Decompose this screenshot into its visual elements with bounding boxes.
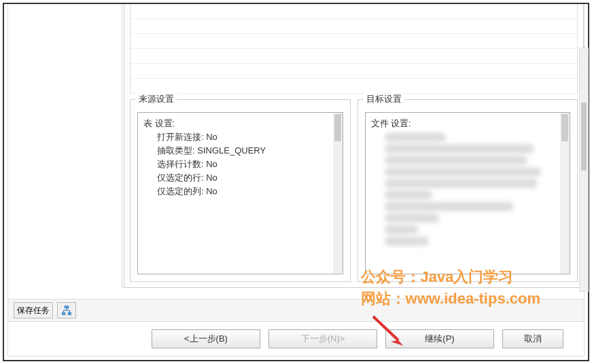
outer-scrollbar[interactable] bbox=[579, 48, 589, 292]
prev-button[interactable]: <上一步(B) bbox=[152, 329, 260, 348]
target-settings-legend: 目标设置 bbox=[364, 93, 404, 105]
blurred-text bbox=[385, 156, 527, 165]
source-header: 表 设置: bbox=[143, 117, 337, 130]
source-settings-legend: 来源设置 bbox=[136, 93, 177, 105]
continue-button[interactable]: 继续(P) bbox=[385, 329, 494, 348]
scrollbar[interactable] bbox=[333, 113, 343, 274]
source-settings-box[interactable]: 表 设置: 打开新连接: No 抽取类型: SINGLE_QUERY 选择行计数… bbox=[137, 112, 343, 274]
svg-rect-0 bbox=[65, 306, 69, 308]
grid-row bbox=[130, 4, 577, 19]
schema-icon bbox=[62, 306, 71, 315]
left-sidebar bbox=[8, 4, 122, 288]
blurred-text bbox=[385, 132, 446, 142]
scrollbar-thumb[interactable] bbox=[561, 114, 568, 141]
blurred-text bbox=[385, 225, 419, 234]
blurred-text bbox=[385, 213, 439, 223]
schema-icon-button[interactable] bbox=[57, 302, 76, 318]
source-item: 仅选定的列: No bbox=[143, 185, 337, 198]
source-settings-group: 来源设置 表 设置: 打开新连接: No 抽取类型: SINGLE_QUERY … bbox=[130, 99, 351, 282]
grid-row bbox=[130, 49, 577, 64]
next-button: 下一步(N)> bbox=[268, 329, 377, 348]
grid-row bbox=[130, 79, 577, 94]
svg-rect-1 bbox=[62, 312, 65, 315]
svg-rect-2 bbox=[68, 312, 71, 315]
blurred-text bbox=[385, 190, 432, 200]
source-item: 抽取类型: SINGLE_QUERY bbox=[143, 144, 337, 158]
target-header: 文件 设置: bbox=[371, 117, 565, 130]
data-grid[interactable] bbox=[130, 4, 578, 94]
cancel-button[interactable]: 取消 bbox=[502, 329, 563, 348]
scrollbar-thumb[interactable] bbox=[334, 114, 341, 141]
source-item: 仅选定的行: No bbox=[143, 171, 337, 185]
blurred-text bbox=[385, 167, 541, 177]
source-item: 选择行计数: No bbox=[143, 158, 337, 171]
save-task-button[interactable]: 保存任务 bbox=[14, 302, 53, 318]
grid-row bbox=[130, 19, 577, 34]
blurred-text bbox=[385, 202, 514, 211]
source-item: 打开新连接: No bbox=[143, 130, 337, 144]
target-settings-group: 目标设置 文件 设置: bbox=[358, 99, 578, 282]
wizard-button-row: <上一步(B) 下一步(N)> 继续(P) 取消 bbox=[8, 322, 584, 356]
scrollbar[interactable] bbox=[560, 113, 570, 274]
toolbar: 保存任务 bbox=[8, 299, 584, 322]
blurred-text bbox=[385, 236, 429, 246]
outer-scrollbar-thumb[interactable] bbox=[581, 103, 587, 170]
target-settings-box[interactable]: 文件 设置: bbox=[365, 112, 571, 274]
grid-row bbox=[130, 34, 577, 49]
blurred-text bbox=[385, 144, 534, 153]
main-panel: 来源设置 表 设置: 打开新连接: No 抽取类型: SINGLE_QUERY … bbox=[124, 4, 584, 288]
grid-row bbox=[130, 64, 577, 79]
blurred-text bbox=[385, 179, 538, 188]
